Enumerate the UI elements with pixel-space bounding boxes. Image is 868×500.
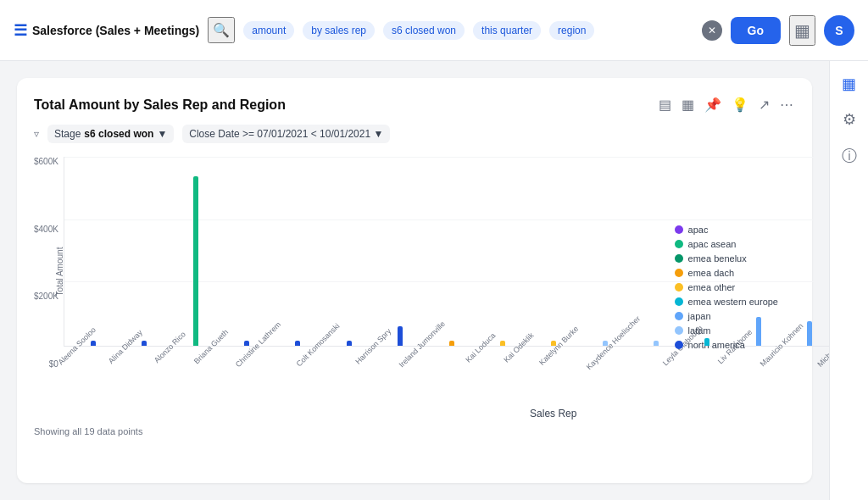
legend-label: apac asean [688, 239, 737, 249]
card-actions: ▤ ▦ 📌 💡 ↗ ⋯ [657, 95, 795, 114]
legend-label: emea western europe [688, 297, 778, 307]
y-tick-600k: $600K [34, 157, 58, 166]
bar [91, 341, 96, 346]
card-title: Total Amount by Sales Rep and Region [34, 97, 286, 113]
legend-item: emea benelux [675, 253, 778, 264]
go-button[interactable]: Go [731, 17, 781, 44]
legend-item: emea western europe [675, 297, 778, 307]
bar [142, 341, 147, 346]
chart-footer: Showing all 19 data points [34, 426, 795, 436]
bar-group [477, 341, 528, 346]
legend-dot [675, 254, 683, 263]
filter-pill-closed-won[interactable]: s6 closed won [383, 21, 465, 40]
legend-dot [675, 297, 683, 306]
bar-group [682, 338, 732, 346]
x-axis-labels: Aleena SoolooAlina DidwayAlonzo RicoBria… [64, 347, 829, 406]
bar-group [426, 341, 476, 346]
analytics-icon-button[interactable]: ▦ [789, 15, 815, 46]
filter-icon: ▿ [34, 128, 39, 140]
legend-label: emea benelux [688, 253, 747, 264]
side-panel: ▦ ⚙ ⓘ [829, 61, 868, 500]
legend-dot [675, 225, 683, 234]
bar-group [732, 317, 783, 346]
x-label-wrap: Kaydence Hoelischer [600, 347, 672, 358]
table-view-button[interactable]: ▤ [657, 95, 673, 114]
chart-card: Total Amount by Sales Rep and Region ▤ ▦… [17, 78, 812, 483]
bar [193, 176, 198, 346]
bar-group [528, 341, 579, 346]
legend-label: emea dach [688, 268, 734, 278]
y-axis: Total Amount $600K $400K $200K $0 [34, 157, 64, 419]
bar-group [324, 341, 375, 346]
bar [654, 341, 659, 346]
bar-chart-button[interactable]: ▦ [680, 95, 696, 114]
x-label-wrap: Ireland Jumonville [410, 347, 472, 358]
topbar: ☰ Salesforce (Sales + Meetings) 🔍 amount… [0, 0, 868, 61]
bar-group [375, 326, 426, 346]
main-content: Total Amount by Sales Rep and Region ▤ ▦… [0, 61, 829, 500]
stage-filter[interactable]: Stage s6 closed won ▼ [47, 125, 174, 143]
bar-group [170, 176, 221, 346]
filter-pill-sales-rep[interactable]: by sales rep [303, 21, 375, 40]
chart-side-icon[interactable]: ▦ [842, 75, 856, 93]
bar-group [579, 341, 630, 346]
pin-button[interactable]: 📌 [703, 95, 723, 114]
avatar[interactable]: S [824, 15, 854, 46]
legend-label: apac [688, 225, 709, 235]
legend-item: apac asean [675, 239, 778, 249]
bar [551, 341, 556, 346]
bar [603, 341, 608, 346]
x-axis-title: Sales Rep [64, 408, 829, 419]
grid-line-top [64, 157, 829, 158]
filter-pill-amount[interactable]: amount [243, 21, 294, 40]
bar [807, 321, 812, 346]
bar-group [68, 341, 119, 346]
y-axis-label: Total Amount [55, 238, 64, 306]
filter-pill-quarter[interactable]: this quarter [473, 21, 541, 40]
card-header: Total Amount by Sales Rep and Region ▤ ▦… [34, 95, 795, 114]
layout: Total Amount by Sales Rep and Region ▤ ▦… [0, 61, 868, 500]
x-label-wrap: Colt Komosanski [307, 347, 364, 358]
legend-dot [675, 326, 683, 335]
data-points-label: Showing all 19 data points [34, 426, 142, 436]
legend-label: latam [688, 325, 711, 336]
bar-group [272, 341, 323, 346]
bar-group [221, 341, 272, 346]
legend-dot [675, 269, 683, 277]
x-label-wrap: Mauricio Kohnen [771, 347, 828, 358]
legend-item: apac [675, 225, 778, 235]
chart-container: Total Amount $600K $400K $200K $0 [34, 157, 795, 419]
legend-item: emea dach [675, 268, 778, 278]
bar-group [119, 341, 170, 346]
bar [347, 341, 352, 346]
filter-row: ▿ Stage s6 closed won ▼ Close Date >= 07… [34, 125, 795, 143]
share-button[interactable]: ↗ [757, 95, 771, 114]
bar [398, 326, 403, 346]
settings-side-icon[interactable]: ⚙ [843, 110, 856, 129]
search-button[interactable]: 🔍 [208, 17, 235, 43]
insight-button[interactable]: 💡 [730, 95, 750, 114]
legend-item: emea other [675, 282, 778, 292]
stage-value: s6 closed won [84, 128, 153, 140]
bar [295, 341, 300, 346]
clear-button[interactable]: ✕ [702, 20, 722, 41]
bar [704, 338, 709, 346]
bar-group [784, 321, 829, 346]
filter-pill-region[interactable]: region [549, 21, 594, 40]
date-filter[interactable]: Close Date >= 07/01/2021 < 10/01/2021 ▼ [182, 125, 390, 143]
more-options-button[interactable]: ⋯ [778, 95, 795, 114]
info-side-icon[interactable]: ⓘ [842, 146, 857, 166]
app-logo-icon: ☰ [14, 21, 27, 40]
legend-label: japan [688, 311, 711, 321]
legend-label: emea other [688, 282, 736, 292]
y-tick-400k: $400K [34, 225, 58, 234]
bar [500, 341, 505, 346]
bar [244, 341, 249, 346]
legend-dot [675, 283, 683, 292]
legend-dot [675, 312, 683, 320]
bar [449, 341, 454, 346]
bar [756, 317, 761, 346]
legend-dot [675, 240, 683, 248]
bar-group [631, 341, 682, 346]
app-name: Salesforce (Sales + Meetings) [32, 24, 199, 37]
